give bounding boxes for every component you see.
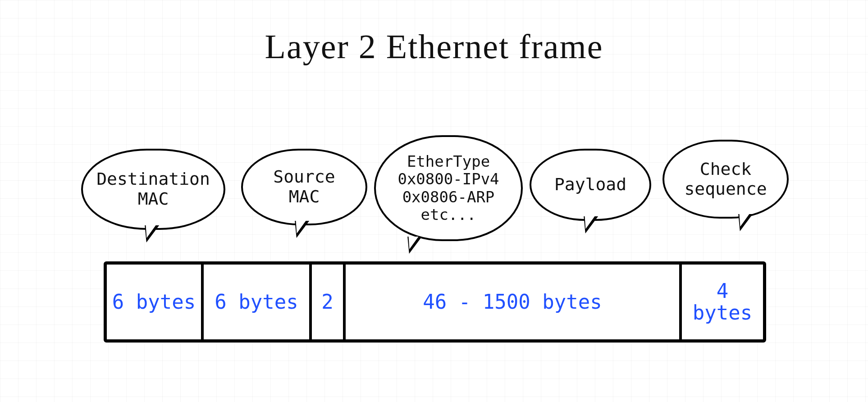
diagram-stage: Layer 2 Ethernet frame Destination MAC S…	[0, 0, 868, 402]
segment-source-mac: 6 bytes	[204, 265, 312, 339]
segment-ethertype: 2	[312, 265, 346, 339]
segment-check-sequence: 4 bytes	[682, 265, 763, 339]
bubble-source-mac: Source MAC	[241, 149, 367, 225]
diagram-title: Layer 2 Ethernet frame	[0, 27, 868, 66]
ethernet-frame: 6 bytes 6 bytes 2 46 - 1500 bytes 4 byte…	[104, 261, 766, 343]
segment-destination-mac: 6 bytes	[107, 265, 204, 339]
segment-payload: 46 - 1500 bytes	[346, 265, 682, 339]
bubble-check-sequence: Check sequence	[662, 140, 789, 219]
bubble-destination-mac: Destination MAC	[81, 149, 225, 230]
bubble-payload: Payload	[530, 149, 651, 221]
bubble-ethertype: EtherType 0x0800-IPv4 0x0806-ARP etc...	[374, 135, 523, 241]
